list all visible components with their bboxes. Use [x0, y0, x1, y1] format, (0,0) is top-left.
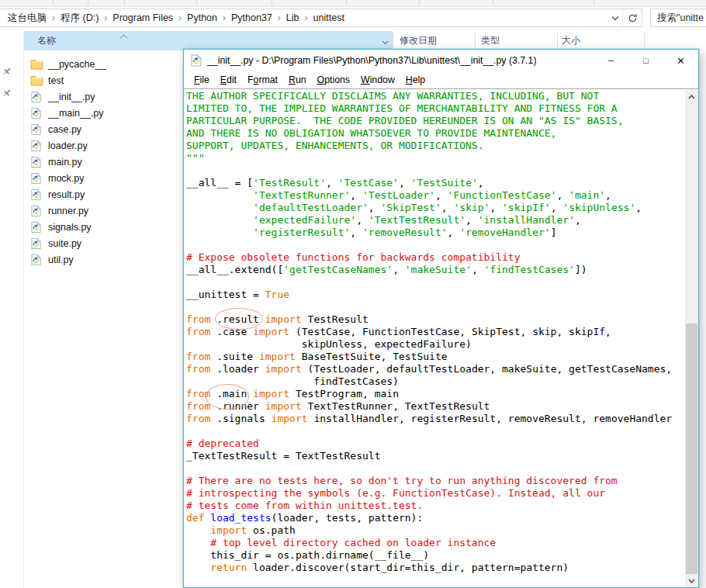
menu-run[interactable]: Run	[283, 73, 312, 87]
breadcrumb-item[interactable]: 这台电脑	[4, 10, 50, 26]
idle-editor-window: __init__.py - D:\Program Files\Python\Py…	[183, 49, 699, 588]
breadcrumb-item[interactable]: Program Files	[109, 11, 177, 25]
breadcrumb-item[interactable]: 程序 (D:)	[57, 10, 102, 26]
address-bar-row: 这台电脑›程序 (D:)›Program Files›Python›Python…	[0, 7, 706, 29]
python-file-icon	[30, 237, 43, 250]
maximize-button[interactable]: □	[628, 50, 663, 71]
chevron-down-icon	[611, 16, 619, 21]
code-line: __unittest = True	[186, 289, 684, 301]
code-line: from .runner import TextTestRunner, Text…	[186, 400, 684, 413]
code-line: LIMITED TO, THE IMPLIED WARRANTIES OF ME…	[186, 102, 684, 115]
refresh-button[interactable]	[622, 9, 642, 26]
code-line: this_dir = os.path.dirname(__file__)	[186, 549, 684, 562]
breadcrumb-separator-icon: ›	[177, 12, 183, 23]
filter-chevron-icon[interactable]	[382, 36, 389, 47]
python-file-icon	[30, 221, 43, 233]
refresh-icon	[628, 13, 638, 23]
python-file-icon	[190, 54, 202, 67]
breadcrumb-item[interactable]: Python37	[227, 11, 276, 25]
file-name: mock.py	[48, 173, 85, 184]
code-line: __all__ = ['TestResult', 'TestCase', 'Te…	[186, 177, 684, 189]
scrollbar-thumb[interactable]	[686, 323, 697, 576]
code-line: import os.path	[186, 524, 684, 537]
breadcrumb-separator-icon: ›	[303, 12, 310, 23]
breadcrumb-separator-icon: ›	[102, 12, 109, 23]
breadcrumb-item[interactable]: Lib	[282, 11, 303, 25]
search-box[interactable]: 搜索"unitte	[650, 9, 706, 27]
code-line: # There are no tests here, so don't try …	[186, 475, 684, 487]
code-line: __all__.extend(['getTestCaseNames', 'mak…	[186, 264, 684, 276]
menu-help[interactable]: Help	[400, 73, 431, 87]
menu-window[interactable]: Window	[355, 73, 400, 87]
minimize-button[interactable]: ─	[594, 50, 628, 71]
breadcrumb-item[interactable]: Python	[183, 11, 221, 25]
code-line: from .main import TestProgram, main	[186, 388, 684, 400]
code-line: from .signals import installHandler, reg…	[186, 413, 684, 425]
code-line	[186, 276, 684, 289]
menu-options[interactable]: Options	[312, 73, 355, 87]
file-name: case.py	[48, 124, 81, 135]
code-line	[186, 301, 684, 313]
column-headers: 名称 修改日期 类型 大小	[23, 31, 706, 50]
file-name: __init__.py	[48, 92, 95, 102]
file-name: signals.py	[48, 222, 92, 233]
code-line: skipUnless, expectedFailure)	[186, 338, 684, 351]
code-line	[186, 164, 684, 177]
folder-icon	[30, 58, 43, 71]
python-file-icon	[30, 156, 43, 168]
code-line: SUPPORT, UPDATES, ENHANCEMENTS, OR MODIF…	[186, 140, 684, 152]
code-line: 'TextTestRunner', 'TestLoader', 'Functio…	[186, 189, 684, 202]
menu-file[interactable]: File	[189, 73, 215, 87]
editor-scrollbar[interactable]	[685, 90, 698, 587]
column-header-size[interactable]: 大小	[562, 31, 580, 50]
breadcrumb-separator-icon: ›	[276, 12, 282, 23]
breadcrumb: 这台电脑›程序 (D:)›Program Files›Python›Python…	[0, 10, 608, 26]
breadcrumb-item[interactable]: unittest	[310, 11, 348, 25]
breadcrumb-separator-icon: ›	[50, 12, 57, 23]
code-line: 'defaultTestLoader', 'SkipTest', 'skip',…	[186, 202, 684, 214]
folder-icon	[30, 74, 43, 87]
column-header-type[interactable]: 类型	[481, 31, 500, 50]
menu-bar: FileEditFormatRunOptionsWindowHelp	[184, 71, 698, 88]
python-file-icon	[30, 205, 43, 217]
file-name: util.py	[48, 254, 74, 265]
window-title: __init__.py - D:\Program Files\Python\Py…	[207, 55, 536, 66]
code-line: AND THERE IS NO OBLIGATION WHATSOEVER TO…	[186, 127, 684, 140]
address-dropdown-button[interactable]	[608, 9, 622, 26]
code-text: THE AUTHOR SPECIFICALLY DISCLAIMS ANY WA…	[186, 90, 684, 587]
breadcrumb-separator-icon: ›	[221, 12, 227, 23]
pin-icon	[2, 88, 12, 102]
python-file-icon	[30, 140, 43, 152]
file-name: __main__.py	[48, 108, 104, 119]
code-line: _TextTestResult = TextTestResult	[186, 450, 684, 462]
file-name: test	[48, 75, 64, 86]
sort-ascending-icon	[119, 30, 128, 41]
code-line	[186, 239, 684, 251]
code-editor[interactable]: THE AUTHOR SPECIFICALLY DISCLAIMS ANY WA…	[184, 88, 698, 587]
code-line: from .result import TestResult	[186, 313, 684, 326]
menu-format[interactable]: Format	[242, 73, 283, 87]
python-file-icon	[30, 189, 43, 201]
code-line: 'expectedFailure', 'TextTestResult', 'in…	[186, 214, 684, 227]
column-header-date[interactable]: 修改日期	[400, 31, 437, 50]
code-line: PARTICULAR PURPOSE. THE CODE PROVIDED HE…	[186, 115, 684, 127]
file-name: runner.py	[48, 206, 88, 216]
file-name: main.py	[48, 157, 82, 168]
column-header-name[interactable]: 名称	[23, 31, 393, 50]
scroll-down-icon[interactable]	[685, 574, 698, 587]
python-file-icon	[30, 172, 43, 185]
code-line: # top level directory cached on loader i…	[186, 537, 684, 549]
code-line: # introspecting the symbols (e.g. Functi…	[186, 487, 684, 500]
code-line: # tests come from within unittest.test.	[186, 500, 684, 512]
menu-edit[interactable]: Edit	[215, 73, 242, 87]
address-bar[interactable]: 这台电脑›程序 (D:)›Program Files›Python›Python…	[0, 9, 642, 27]
python-file-icon	[30, 254, 43, 266]
scroll-up-icon[interactable]	[685, 90, 698, 103]
code-line	[186, 462, 684, 475]
code-line: from .loader import (TestLoader, default…	[186, 363, 684, 375]
title-bar[interactable]: __init__.py - D:\Program Files\Python\Py…	[184, 50, 698, 71]
code-line: from .suite import BaseTestSuite, TestSu…	[186, 351, 684, 363]
desktop: 这台电脑›程序 (D:)›Program Files›Python›Python…	[0, 0, 706, 588]
close-button[interactable]: ✕	[663, 50, 698, 71]
ribbon-bottom-strip	[0, 0, 706, 7]
